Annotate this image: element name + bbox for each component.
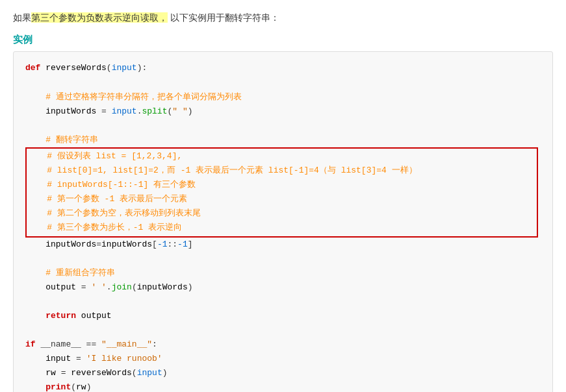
- section-label: 实例: [13, 34, 553, 46]
- intro-paragraph: 如果第三个参数为负数表示逆向读取， 以下实例用于翻转字符串：: [13, 10, 553, 25]
- code-line-c1: # 假设列表 list = [1,2,3,4],: [27, 149, 537, 164]
- code-line-c2: # list[0]=1, list[1]=2，而 -1 表示最后一个元素 lis…: [27, 164, 537, 178]
- code-line-input-assign: input = 'I like runoob': [25, 352, 541, 366]
- code-line-reverse: inputWords=inputWords[-1::-1]: [25, 238, 541, 252]
- intro-text-before: 如果: [13, 12, 31, 23]
- code-line-c3: # inputWords[-1::-1] 有三个参数: [27, 178, 537, 192]
- code-line-main: if __name__ == "__main__":: [25, 337, 541, 352]
- code-block: def reverseWords(input): # 通过空格将字符串分隔符，把…: [13, 51, 553, 392]
- code-line-blank1: [25, 75, 541, 90]
- code-line-c6: # 第三个参数为步长，-1 表示逆向: [27, 221, 537, 235]
- code-line-c5: # 第二个参数为空，表示移动到列表末尾: [27, 206, 537, 221]
- code-line-comment-split: # 通过空格将字符串分隔符，把各个单词分隔为列表: [25, 90, 541, 104]
- code-line-def: def reverseWords(input):: [25, 61, 541, 75]
- code-line-rw-assign: rw = reverseWords(input): [25, 366, 541, 380]
- code-line-print: print(rw): [25, 380, 541, 392]
- code-line-blank5: [25, 323, 541, 337]
- code-line-comment-join: # 重新组合字符串: [25, 266, 541, 280]
- code-line-blank4: [25, 295, 541, 309]
- code-line-join: output = ' '.join(inputWords): [25, 280, 541, 295]
- intro-highlight: 第三个参数为负数表示逆向读取，: [31, 12, 168, 23]
- code-line-split: inputWords = input.split(" "): [25, 104, 541, 119]
- code-line-blank2: [25, 119, 541, 133]
- red-box-comments: # 假设列表 list = [1,2,3,4], # list[0]=1, li…: [25, 147, 538, 238]
- code-line-c4: # 第一个参数 -1 表示最后一个元素: [27, 192, 537, 206]
- intro-text-after: 以下实例用于翻转字符串：: [168, 12, 279, 23]
- code-line-return: return output: [25, 309, 541, 323]
- code-line-comment-flip-label: # 翻转字符串: [25, 133, 541, 147]
- code-line-blank3: [25, 252, 541, 266]
